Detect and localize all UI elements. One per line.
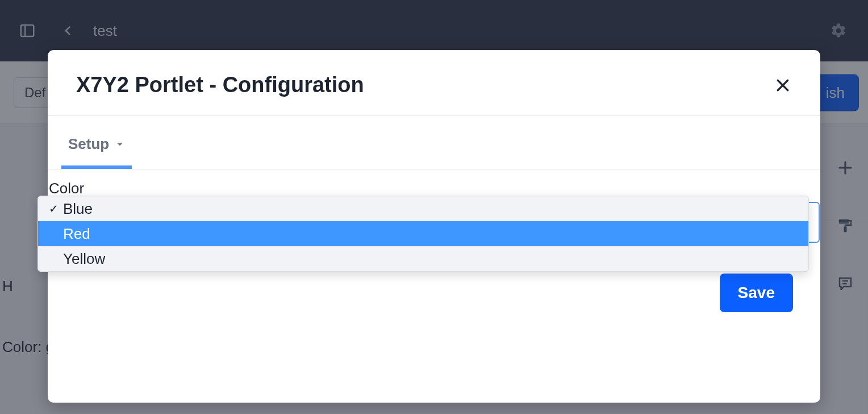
modal-title: X7Y2 Portlet - Configuration	[76, 73, 364, 97]
form-area: Color ✓ Blue Red Yellow	[48, 169, 820, 243]
color-option-red[interactable]: Red	[38, 221, 808, 246]
option-label: Yellow	[63, 250, 105, 268]
close-button[interactable]	[773, 75, 793, 96]
option-label: Red	[63, 225, 90, 243]
tab-setup-label: Setup	[68, 135, 109, 153]
color-option-yellow[interactable]: Yellow	[38, 246, 808, 271]
modal-header: X7Y2 Portlet - Configuration	[48, 50, 820, 116]
caret-down-icon	[115, 139, 125, 150]
tab-setup[interactable]: Setup	[61, 130, 132, 169]
configuration-modal: X7Y2 Portlet - Configuration Setup Color…	[48, 50, 820, 403]
color-option-blue[interactable]: ✓ Blue	[38, 196, 808, 221]
save-button[interactable]: Save	[720, 274, 793, 312]
modal-tabbar: Setup	[48, 116, 820, 169]
option-label: Blue	[63, 200, 93, 218]
close-icon	[774, 77, 791, 94]
check-icon: ✓	[47, 202, 60, 216]
color-dropdown: ✓ Blue Red Yellow	[37, 196, 809, 272]
